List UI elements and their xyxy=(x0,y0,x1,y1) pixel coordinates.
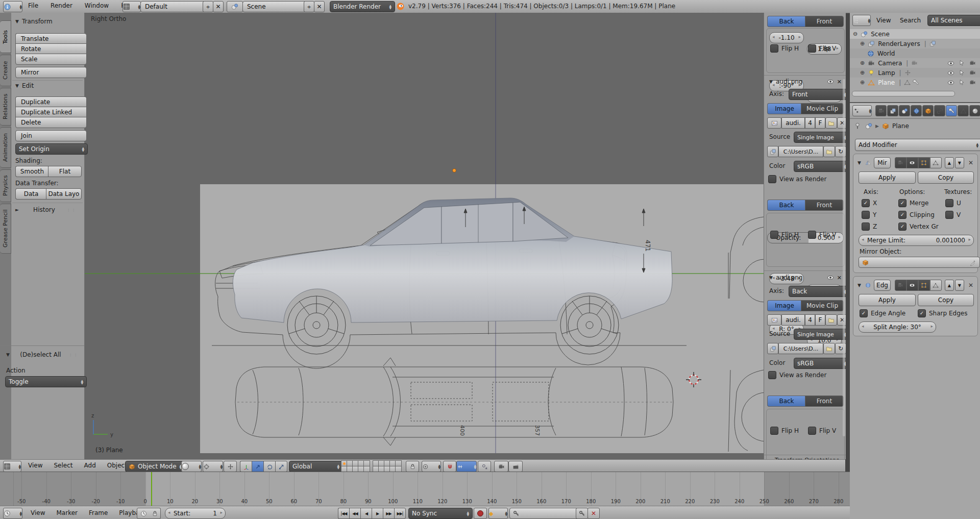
eye-icon[interactable] xyxy=(827,78,834,85)
redo-panel-header[interactable]: (De)select All xyxy=(6,351,79,358)
bg-image1-view-as-render-checkbox[interactable] xyxy=(768,175,776,183)
tab-object-data[interactable] xyxy=(958,105,969,116)
cage-toggle[interactable] xyxy=(930,280,942,291)
snap-element-dropdown[interactable] xyxy=(456,461,477,472)
editor-type-dropdown[interactable] xyxy=(3,508,22,519)
edge-angle-checkbox[interactable] xyxy=(860,309,868,317)
bg-image1-image-tab[interactable]: Image xyxy=(767,103,801,114)
expand-icon[interactable]: ▼ xyxy=(857,283,861,288)
tab-modifiers[interactable] xyxy=(946,105,957,116)
prev-keyframe-button[interactable]: ◀◀ xyxy=(349,508,360,519)
bg-top-flip-h-checkbox[interactable] xyxy=(770,44,778,53)
outliner-row-scene[interactable]: ⊖ Scene xyxy=(850,29,980,39)
manipulator-toggle-button[interactable] xyxy=(224,461,237,472)
mode-dropdown[interactable]: Object Mode xyxy=(125,461,185,472)
lock-to-scene-button[interactable] xyxy=(406,461,419,472)
close-icon[interactable]: ✕ xyxy=(968,159,973,166)
sync-mode-dropdown[interactable]: No Sync xyxy=(408,508,473,519)
mirror-vertex-groups-checkbox[interactable] xyxy=(898,223,906,231)
sharp-edges-checkbox[interactable] xyxy=(918,309,926,317)
browse-file-button[interactable] xyxy=(823,146,835,157)
shade-flat-button[interactable]: Flat xyxy=(48,166,82,177)
tab-scene[interactable] xyxy=(899,105,910,116)
bg-image2-axis-dropdown[interactable]: Back xyxy=(789,286,846,297)
bg-image1-header[interactable]: audi.png ✕ xyxy=(769,78,842,85)
mirror-button[interactable]: Mirror xyxy=(15,67,87,78)
bg-image1-flip-h-checkbox[interactable] xyxy=(770,231,778,239)
library-icon[interactable] xyxy=(767,146,778,157)
mirror-object-field[interactable] xyxy=(859,257,980,268)
start-frame-field[interactable]: Start:1 xyxy=(165,508,226,519)
image-datablock-icon[interactable] xyxy=(767,314,781,326)
outliner-row-plane[interactable]: ⊕ Plane | xyxy=(850,78,980,87)
scale-button[interactable]: Scale xyxy=(15,54,87,65)
translate-manipulator-button[interactable] xyxy=(252,461,263,472)
eye-icon[interactable] xyxy=(947,79,954,86)
keying-set-field[interactable] xyxy=(509,508,579,519)
open-image-button[interactable] xyxy=(825,314,837,326)
add-layout-button[interactable]: ＋ xyxy=(203,1,213,12)
panel-header-transform[interactable]: Transform xyxy=(15,18,53,25)
expand-icon[interactable]: ⊕ xyxy=(860,40,865,47)
mirror-texture-v-checkbox[interactable] xyxy=(945,211,953,219)
tab-material[interactable] xyxy=(969,105,980,116)
duplicate-linked-button[interactable]: Duplicate Linked xyxy=(15,107,87,117)
render-engine-dropdown[interactable]: Blender Render xyxy=(330,1,395,12)
join-button[interactable]: Join xyxy=(15,130,87,141)
expand-icon[interactable]: ⊕ xyxy=(860,60,865,66)
browse-file-button[interactable] xyxy=(823,343,835,354)
bg-image2-colorspace-dropdown[interactable]: sRGB xyxy=(794,358,846,369)
add-scene-button[interactable]: ＋ xyxy=(304,1,314,12)
close-icon[interactable]: ✕ xyxy=(837,275,842,281)
expand-icon[interactable]: ⊕ xyxy=(860,79,865,86)
mirror-axis-x-checkbox[interactable] xyxy=(862,199,870,207)
delete-keyframe-button[interactable]: ✕ xyxy=(587,508,600,519)
timeline-menu-item[interactable]: Marker xyxy=(56,509,77,516)
translate-button[interactable]: Translate xyxy=(15,33,86,44)
tab-tools[interactable]: Tools xyxy=(0,20,11,53)
bg-image1-source-dropdown[interactable]: Single Image xyxy=(794,132,846,143)
editor-type-dropdown[interactable] xyxy=(3,461,21,472)
mirror-axis-z-checkbox[interactable] xyxy=(862,223,870,231)
bg-image2-flip-v-checkbox[interactable] xyxy=(808,427,816,435)
duplicate-button[interactable]: Duplicate xyxy=(15,96,87,107)
transform-orientation-dropdown[interactable]: Global xyxy=(289,461,343,472)
editor-type-dropdown[interactable] xyxy=(852,105,872,116)
edit-mode-toggle[interactable] xyxy=(918,157,930,168)
tab-create[interactable]: Create xyxy=(0,55,11,86)
cursor-select-icon[interactable] xyxy=(959,69,965,76)
bg-top-offset-x[interactable]: -1.10 xyxy=(769,32,804,43)
edit-mode-toggle[interactable] xyxy=(918,280,930,291)
bg-image2-back-toggle[interactable]: Back xyxy=(767,396,805,407)
manipulator-axes-icon-button[interactable] xyxy=(240,461,252,472)
mirror-merge-checkbox[interactable] xyxy=(898,199,906,207)
set-origin-dropdown[interactable]: Set Origin xyxy=(15,143,88,155)
delete-button[interactable]: Delete xyxy=(15,117,87,128)
copy-modifier-button[interactable]: Copy xyxy=(918,294,974,306)
eye-icon[interactable] xyxy=(827,274,834,281)
outliner-row-camera[interactable]: ⊕ Camera | xyxy=(850,58,980,68)
eye-icon[interactable] xyxy=(947,60,954,67)
move-modifier-down-button[interactable]: ▼ xyxy=(955,280,964,291)
bg-image2-flip-h-checkbox[interactable] xyxy=(770,427,778,435)
mirror-axis-y-checkbox[interactable] xyxy=(862,211,870,219)
tab-render-layers[interactable] xyxy=(887,105,898,116)
outliner-row-lamp[interactable]: ⊕ Lamp | xyxy=(850,68,980,78)
image-datablock-icon[interactable] xyxy=(767,117,781,129)
screen-layout-dropdown[interactable] xyxy=(122,1,141,12)
library-icon[interactable] xyxy=(767,343,778,354)
data-layout-button[interactable]: Data Layo xyxy=(46,188,82,200)
bg-image2-filepath-field[interactable]: C:\Users\D... xyxy=(778,343,823,354)
outliner-menu-view[interactable]: View xyxy=(876,17,891,24)
editor-type-dropdown[interactable] xyxy=(3,1,22,12)
record-button[interactable] xyxy=(474,508,487,519)
render-toggle-icon[interactable] xyxy=(969,60,976,66)
bg-image2-fake-user-button[interactable]: F xyxy=(815,314,825,326)
play-button[interactable]: ▶ xyxy=(372,508,383,519)
tab-grease-pencil[interactable]: Grease Pencil xyxy=(0,204,11,254)
outliner-menu-search[interactable]: Search xyxy=(900,17,921,24)
bg-image1-flip-v-checkbox[interactable] xyxy=(808,231,816,239)
bg-image1-name-field[interactable]: audi. xyxy=(781,117,805,129)
outliner-filter-dropdown[interactable]: All Scenes xyxy=(927,15,980,26)
render-toggle-icon[interactable] xyxy=(969,79,976,86)
